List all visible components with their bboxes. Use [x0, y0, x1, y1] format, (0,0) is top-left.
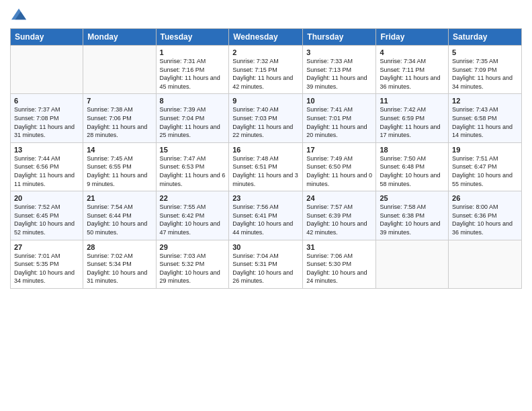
day-info: Sunrise: 7:03 AMSunset: 5:32 PMDaylight:…: [160, 252, 226, 285]
day-info: Sunrise: 7:06 AMSunset: 5:30 PMDaylight:…: [306, 252, 372, 285]
day-info: Sunrise: 7:52 AMSunset: 6:45 PMDaylight:…: [14, 203, 79, 236]
day-info: Sunrise: 7:50 AMSunset: 6:48 PMDaylight:…: [380, 154, 445, 188]
calendar-cell: 19Sunrise: 7:51 AMSunset: 6:47 PMDayligh…: [449, 142, 522, 191]
calendar-cell: 22Sunrise: 7:55 AMSunset: 6:42 PMDayligh…: [156, 191, 229, 240]
calendar-cell: 14Sunrise: 7:45 AMSunset: 6:55 PMDayligh…: [83, 142, 156, 191]
calendar-cell: 24Sunrise: 7:57 AMSunset: 6:39 PMDayligh…: [303, 191, 376, 240]
day-info: Sunrise: 7:54 AMSunset: 6:44 PMDaylight:…: [87, 203, 152, 236]
day-number: 7: [87, 97, 152, 105]
day-info: Sunrise: 7:48 AMSunset: 6:51 PMDaylight:…: [232, 154, 299, 188]
day-info: Sunrise: 7:43 AMSunset: 6:58 PMDaylight:…: [452, 105, 518, 139]
day-info: Sunrise: 7:45 AMSunset: 6:55 PMDaylight:…: [87, 154, 152, 188]
calendar-table: SundayMondayTuesdayWednesdayThursdayFrid…: [10, 28, 522, 289]
week-row-4: 20Sunrise: 7:52 AMSunset: 6:45 PMDayligh…: [11, 191, 522, 240]
day-info: Sunrise: 7:37 AMSunset: 7:08 PMDaylight:…: [14, 105, 79, 139]
day-number: 26: [452, 194, 518, 202]
weekday-header-friday: Friday: [376, 29, 449, 46]
day-info: Sunrise: 7:31 AMSunset: 7:16 PMDaylight:…: [160, 57, 226, 91]
calendar-cell: 6Sunrise: 7:37 AMSunset: 7:08 PMDaylight…: [11, 94, 83, 142]
calendar-cell: 1Sunrise: 7:31 AMSunset: 7:16 PMDaylight…: [156, 46, 229, 94]
calendar-cell: 21Sunrise: 7:54 AMSunset: 6:44 PMDayligh…: [83, 191, 156, 240]
day-number: 10: [306, 97, 372, 105]
day-number: 20: [14, 194, 79, 202]
weekday-header-sunday: Sunday: [11, 29, 83, 46]
day-info: Sunrise: 7:32 AMSunset: 7:15 PMDaylight:…: [232, 57, 299, 91]
weekday-header-row: SundayMondayTuesdayWednesdayThursdayFrid…: [11, 29, 522, 46]
weekday-header-saturday: Saturday: [449, 29, 522, 46]
calendar-cell: 20Sunrise: 7:52 AMSunset: 6:45 PMDayligh…: [11, 191, 83, 240]
day-number: 30: [232, 243, 299, 251]
weekday-header-thursday: Thursday: [303, 29, 376, 46]
day-number: 14: [87, 146, 152, 154]
day-number: 27: [14, 243, 79, 251]
day-info: Sunrise: 7:01 AMSunset: 5:35 PMDaylight:…: [14, 252, 79, 285]
day-number: 3: [306, 48, 372, 56]
page: SundayMondayTuesdayWednesdayThursdayFrid…: [0, 0, 532, 411]
day-number: 18: [380, 146, 445, 154]
calendar-cell: 23Sunrise: 7:56 AMSunset: 6:41 PMDayligh…: [229, 191, 303, 240]
day-info: Sunrise: 7:57 AMSunset: 6:39 PMDaylight:…: [306, 203, 372, 236]
day-number: 4: [380, 48, 445, 56]
weekday-header-monday: Monday: [83, 29, 156, 46]
calendar-cell: 29Sunrise: 7:03 AMSunset: 5:32 PMDayligh…: [156, 240, 229, 288]
logo: [10, 7, 26, 24]
calendar-cell: 31Sunrise: 7:06 AMSunset: 5:30 PMDayligh…: [303, 240, 376, 288]
day-info: Sunrise: 7:39 AMSunset: 7:04 PMDaylight:…: [160, 105, 226, 139]
day-number: 12: [452, 97, 518, 105]
day-number: 1: [160, 48, 226, 56]
day-info: Sunrise: 8:00 AMSunset: 6:36 PMDaylight:…: [452, 203, 518, 236]
day-number: 19: [452, 146, 518, 154]
day-number: 17: [306, 146, 372, 154]
calendar-cell: [449, 240, 522, 288]
calendar-cell: 5Sunrise: 7:35 AMSunset: 7:09 PMDaylight…: [449, 46, 522, 94]
day-number: 22: [160, 194, 226, 202]
day-info: Sunrise: 7:42 AMSunset: 6:59 PMDaylight:…: [380, 105, 445, 139]
day-number: 8: [160, 97, 226, 105]
calendar-cell: 15Sunrise: 7:47 AMSunset: 6:53 PMDayligh…: [156, 142, 229, 191]
day-info: Sunrise: 7:34 AMSunset: 7:11 PMDaylight:…: [380, 57, 445, 91]
day-info: Sunrise: 7:41 AMSunset: 7:01 PMDaylight:…: [306, 105, 372, 139]
day-number: 24: [306, 194, 372, 202]
week-row-3: 13Sunrise: 7:44 AMSunset: 6:56 PMDayligh…: [11, 142, 522, 191]
calendar-cell: [376, 240, 449, 288]
day-number: 16: [232, 146, 299, 154]
logo-icon: [11, 7, 26, 21]
day-number: 28: [87, 243, 152, 251]
day-number: 6: [14, 97, 79, 105]
calendar-cell: 2Sunrise: 7:32 AMSunset: 7:15 PMDaylight…: [229, 46, 303, 94]
day-number: 11: [380, 97, 445, 105]
week-row-2: 6Sunrise: 7:37 AMSunset: 7:08 PMDaylight…: [11, 94, 522, 142]
calendar-cell: 17Sunrise: 7:49 AMSunset: 6:50 PMDayligh…: [303, 142, 376, 191]
week-row-5: 27Sunrise: 7:01 AMSunset: 5:35 PMDayligh…: [11, 240, 522, 288]
calendar-cell: 10Sunrise: 7:41 AMSunset: 7:01 PMDayligh…: [303, 94, 376, 142]
day-info: Sunrise: 7:38 AMSunset: 7:06 PMDaylight:…: [87, 105, 152, 139]
day-number: 2: [232, 48, 299, 56]
calendar-cell: 12Sunrise: 7:43 AMSunset: 6:58 PMDayligh…: [449, 94, 522, 142]
calendar-cell: [83, 46, 156, 94]
day-info: Sunrise: 7:04 AMSunset: 5:31 PMDaylight:…: [232, 252, 299, 285]
calendar-cell: 7Sunrise: 7:38 AMSunset: 7:06 PMDaylight…: [83, 94, 156, 142]
day-info: Sunrise: 7:49 AMSunset: 6:50 PMDaylight:…: [306, 154, 372, 188]
header: [10, 7, 522, 24]
day-number: 23: [232, 194, 299, 202]
calendar-cell: 26Sunrise: 8:00 AMSunset: 6:36 PMDayligh…: [449, 191, 522, 240]
day-number: 31: [306, 243, 372, 251]
weekday-header-tuesday: Tuesday: [156, 29, 229, 46]
day-info: Sunrise: 7:56 AMSunset: 6:41 PMDaylight:…: [232, 203, 299, 236]
weekday-header-wednesday: Wednesday: [229, 29, 303, 46]
day-number: 5: [452, 48, 518, 56]
calendar-cell: 8Sunrise: 7:39 AMSunset: 7:04 PMDaylight…: [156, 94, 229, 142]
calendar-cell: 9Sunrise: 7:40 AMSunset: 7:03 PMDaylight…: [229, 94, 303, 142]
day-number: 25: [380, 194, 445, 202]
day-info: Sunrise: 7:58 AMSunset: 6:38 PMDaylight:…: [380, 203, 445, 236]
calendar-cell: 30Sunrise: 7:04 AMSunset: 5:31 PMDayligh…: [229, 240, 303, 288]
day-info: Sunrise: 7:47 AMSunset: 6:53 PMDaylight:…: [160, 154, 226, 188]
calendar-cell: 4Sunrise: 7:34 AMSunset: 7:11 PMDaylight…: [376, 46, 449, 94]
calendar-cell: 11Sunrise: 7:42 AMSunset: 6:59 PMDayligh…: [376, 94, 449, 142]
day-number: 9: [232, 97, 299, 105]
week-row-1: 1Sunrise: 7:31 AMSunset: 7:16 PMDaylight…: [11, 46, 522, 94]
calendar-cell: 16Sunrise: 7:48 AMSunset: 6:51 PMDayligh…: [229, 142, 303, 191]
day-info: Sunrise: 7:33 AMSunset: 7:13 PMDaylight:…: [306, 57, 372, 91]
calendar-cell: [11, 46, 83, 94]
day-info: Sunrise: 7:55 AMSunset: 6:42 PMDaylight:…: [160, 203, 226, 236]
